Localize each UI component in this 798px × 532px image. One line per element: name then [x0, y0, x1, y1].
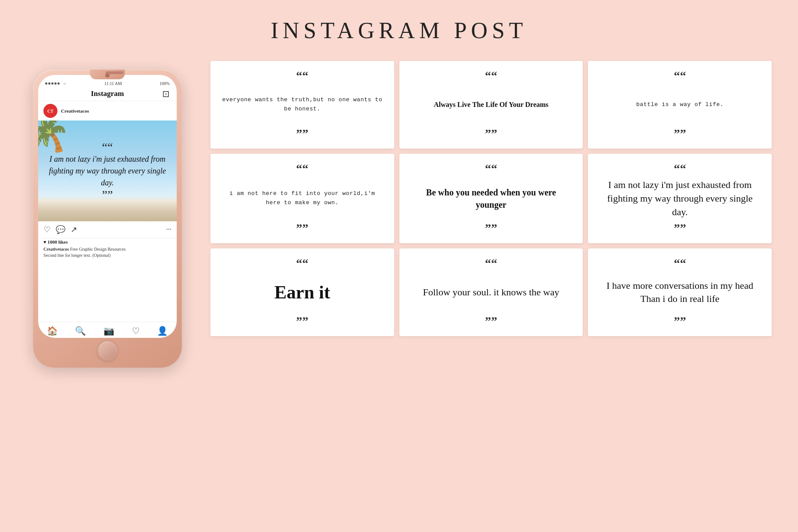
close-quote-3-3: ””: [674, 315, 686, 327]
nav-home-icon[interactable]: 🏠: [47, 326, 58, 336]
close-quote-2-2: ””: [485, 222, 497, 234]
signal-bars: →: [45, 81, 67, 86]
phone-home-button[interactable]: [97, 340, 118, 361]
phone-quote-text: I am not lazy i'm just exhausted from fi…: [47, 153, 168, 189]
quote-card-3-3: ““ I have more conversations in my head …: [588, 248, 772, 336]
grid-row-2: ““ i am not here to fit into your world,…: [210, 154, 772, 243]
share-icon[interactable]: ↗: [71, 225, 77, 234]
quote-card-1-3: ““ battle is a way of life. ””: [588, 61, 772, 149]
close-quote-1-3: ””: [674, 128, 686, 140]
open-quote-1-3: ““: [674, 70, 686, 82]
quote-text-3-3: I have more conversations in my head Tha…: [597, 270, 763, 315]
nav-heart-icon[interactable]: ♡: [132, 326, 140, 336]
open-quote-2-3: ““: [674, 163, 686, 175]
profile-avatar: CT: [43, 104, 57, 118]
caption-username: Creativetacos: [43, 247, 69, 252]
quote-text-1-1: everyone wants the truth,but no one want…: [219, 82, 385, 128]
phone-frame: → 11:11 AM 100% Instagram ⊡ CT Creativet…: [33, 70, 182, 368]
open-quote-3-2: ““: [485, 257, 497, 270]
comment-icon[interactable]: 💬: [56, 225, 65, 234]
direct-messages-icon: ⊡: [162, 89, 170, 99]
open-quote-1-2: ““: [485, 70, 497, 82]
post-caption: Creativetacos Free Graphic Design Resour…: [38, 245, 177, 259]
phone-time: 11:11 AM: [104, 81, 122, 86]
profile-name: Creativetacos: [61, 108, 89, 113]
nav-profile-icon[interactable]: 👤: [157, 326, 168, 336]
quote-text-2-2: Be who you needed when you were younger: [408, 175, 574, 222]
nav-search-icon[interactable]: 🔍: [75, 326, 86, 336]
phone-close-quote: ””: [47, 189, 168, 201]
more-icon[interactable]: ···: [166, 226, 171, 234]
open-quote-2-1: ““: [296, 163, 308, 175]
quote-card-2-1: ““ i am not here to fit into your world,…: [210, 154, 394, 243]
quote-card-1-2: ““ Always Live The Life Of Your Dreams ”…: [399, 61, 583, 149]
instagram-title: Instagram: [91, 89, 124, 98]
quote-grid: ““ everyone wants the truth,but no one w…: [210, 61, 772, 336]
profile-row: CT Creativetacos: [38, 101, 177, 121]
quote-card-2-2: ““ Be who you needed when you were young…: [399, 154, 583, 243]
open-quote-2-2: ““: [485, 163, 497, 175]
open-quote-1-1: ““: [296, 70, 308, 82]
quote-text-1-3: battle is a way of life.: [634, 82, 725, 128]
quote-card-3-2: ““ Follow your soul. it knows the way ””: [399, 248, 583, 336]
close-quote-2-1: ””: [296, 222, 308, 234]
quote-text-3-2: Follow your soul. it knows the way: [421, 270, 561, 315]
quote-card-2-3: ““ I am not lazy i'm just exhausted from…: [588, 154, 772, 243]
post-actions: ♡ 💬 ↗ ···: [38, 221, 177, 238]
phone-status-bar: → 11:11 AM 100%: [38, 78, 177, 87]
phone-quote-overlay: ““ I am not lazy i'm just exhausted from…: [38, 132, 177, 210]
phone-battery: 100%: [160, 81, 170, 86]
nav-camera-icon[interactable]: 📷: [103, 326, 114, 336]
heart-icon: ♥: [43, 239, 46, 245]
grid-row-3: ““ Earn it ”” ““ Follow your soul. it kn…: [210, 248, 772, 336]
grid-row-1: ““ everyone wants the truth,but no one w…: [210, 61, 772, 149]
quote-card-1-1: ““ everyone wants the truth,but no one w…: [210, 61, 394, 149]
quote-text-2-1: i am not here to fit into your world,i'm…: [219, 175, 385, 222]
close-quote-3-2: ””: [485, 315, 497, 327]
page-title: INSTAGRAM POST: [271, 18, 527, 43]
post-image: 🌴 ““ I am not lazy i'm just exhausted fr…: [38, 121, 177, 221]
caption-subtext: Second line for longer text. (Optional): [43, 253, 110, 258]
phone-open-quote: ““: [47, 141, 168, 153]
quote-text-2-3: I am not lazy i'm just exhausted from fi…: [597, 175, 763, 222]
close-quote-3-1: ””: [296, 315, 308, 327]
phone-bottom-nav: 🏠 🔍 📷 ♡ 👤: [38, 322, 177, 338]
instagram-header: Instagram ⊡: [38, 87, 177, 101]
phone-speaker: [106, 71, 123, 74]
quote-text-3-1: Earn it: [273, 270, 332, 315]
caption-text: Free Graphic Design Resources: [70, 247, 126, 252]
phone-screen: → 11:11 AM 100% Instagram ⊡ CT Creativet…: [38, 75, 177, 338]
open-quote-3-1: ““: [296, 257, 308, 270]
open-quote-3-3: ““: [674, 257, 686, 270]
likes-count: ♥ 1000 likes: [38, 238, 177, 245]
quote-text-1-2: Always Live The Life Of Your Dreams: [432, 82, 550, 128]
phone-mockup: → 11:11 AM 100% Instagram ⊡ CT Creativet…: [26, 61, 189, 368]
close-quote-2-3: ””: [674, 222, 686, 234]
close-quote-1-1: ””: [296, 128, 308, 140]
like-icon[interactable]: ♡: [43, 225, 50, 234]
close-quote-1-2: ””: [485, 128, 497, 140]
quote-card-3-1: ““ Earn it ””: [210, 248, 394, 336]
